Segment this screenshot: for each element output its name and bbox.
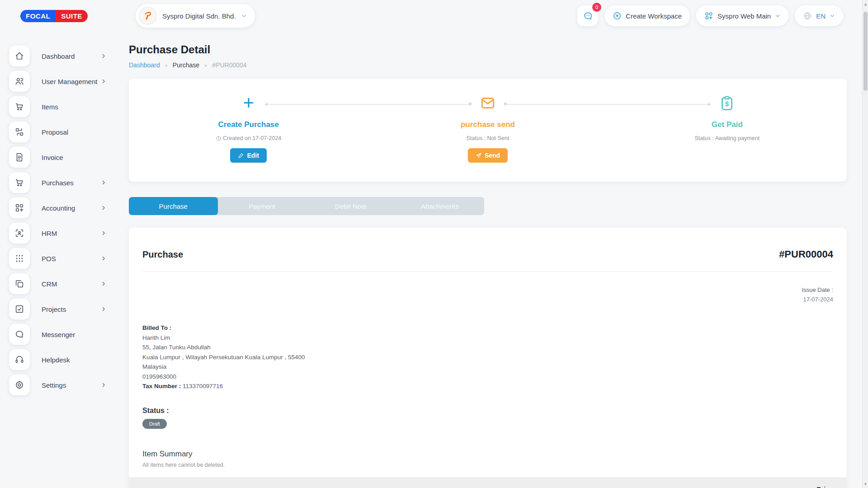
purchase-document-card: Purchase #PUR00004 Issue Date : 17-07-20… <box>129 228 847 488</box>
step-title: Create Purchase <box>218 120 279 129</box>
breadcrumb-item: #PUR00004 <box>212 61 246 69</box>
sidebar-item-label: Proposal <box>42 128 68 136</box>
sidebar-nav: DashboardUser ManagementItemsProposalInv… <box>0 43 120 398</box>
logo-focal: FOCAL <box>20 10 56 22</box>
step-purchase-send: purchase sendStatus : Not SentSend <box>368 79 607 182</box>
chat-icon <box>9 324 30 345</box>
tab-debit-note[interactable]: Debit Note <box>307 197 396 215</box>
sidebar-item-hrm[interactable]: HRM <box>0 221 120 246</box>
sidebar-item-accounting[interactable]: Accounting <box>0 195 120 221</box>
sidebar-item-settings[interactable]: Settings <box>0 372 120 398</box>
chevron-right-icon <box>101 53 106 59</box>
workspace-menu-button[interactable]: Syspro Web Main <box>696 5 788 26</box>
column-header-price: PriceAfter discount & tax <box>765 485 847 488</box>
sidebar-item-label: User Management <box>42 78 97 85</box>
sidebar-item-label: Accounting <box>42 204 75 212</box>
chat-bubble-icon <box>583 11 593 21</box>
language-code: EN <box>816 12 826 20</box>
dots-grid-icon <box>9 248 30 269</box>
purchase-number: #PUR00004 <box>779 249 833 260</box>
check-square-icon <box>9 299 30 319</box>
create-workspace-button[interactable]: Create Workspace <box>604 5 690 26</box>
page-title: Purchase Detail <box>129 43 847 56</box>
scrollbar-thumb[interactable] <box>863 12 868 91</box>
issue-date-block: Issue Date : 17-07-2024 <box>142 285 833 304</box>
language-selector[interactable]: EN <box>795 5 843 26</box>
chevron-right-icon <box>101 256 106 261</box>
workspace-name: Syspro Digital Sdn. Bhd. <box>162 12 236 20</box>
messages-button[interactable]: 0 <box>577 5 598 26</box>
plus-icon: + <box>243 93 254 113</box>
table-header-row: #Item TypeItemQuantityRateDiscountTaxDes… <box>129 477 847 488</box>
chevron-right-icon <box>101 281 106 286</box>
step-status: Status : Not Sent <box>467 135 509 141</box>
app-logo[interactable]: FOCAL SUITE <box>20 10 88 22</box>
tab-purchase[interactable]: Purchase <box>129 197 218 215</box>
copy-icon <box>9 273 30 294</box>
sidebar-item-projects[interactable]: Projects <box>0 296 120 322</box>
sidebar-item-label: CRM <box>42 280 57 288</box>
edit-button[interactable]: Edit <box>230 148 266 163</box>
sidebar-item-crm[interactable]: CRM <box>0 271 120 296</box>
file-icon <box>9 147 30 168</box>
sidebar-item-proposal[interactable]: Proposal <box>0 119 120 145</box>
scroll-up-arrow[interactable]: ▲ <box>863 1 868 7</box>
headset-icon <box>9 349 30 370</box>
page-scrollbar[interactable]: ▲ ▼ <box>862 0 868 488</box>
grid-plus-icon <box>704 11 713 20</box>
billed-to-line: 55, Jalan Tunku Abdullah <box>142 343 833 352</box>
sidebar-item-label: Helpdesk <box>42 356 70 364</box>
chevron-down-icon <box>775 13 780 19</box>
status-block: Status : Draft <box>142 407 833 429</box>
breadcrumb-separator: › <box>165 62 167 69</box>
sidebar-item-user-management[interactable]: User Management <box>0 69 120 94</box>
chevron-right-icon <box>101 79 106 84</box>
issue-date-value: 17-07-2024 <box>142 295 833 304</box>
sidebar-item-pos[interactable]: POS <box>0 246 120 271</box>
boxes-icon <box>9 122 30 142</box>
divider <box>142 271 833 272</box>
workspace-selector[interactable]: Syspro Digital Sdn. Bhd. <box>136 4 255 28</box>
svg-text:$: $ <box>725 100 729 108</box>
sidebar-item-dashboard[interactable]: Dashboard <box>0 43 120 69</box>
sidebar-item-purchases[interactable]: Purchases <box>0 170 120 195</box>
gear-icon <box>9 375 30 395</box>
step-get-paid: $Get PaidStatus : Awaiting payment <box>608 79 847 182</box>
invoice-paid-icon: $ <box>719 93 735 113</box>
purchase-progress-card: +Create PurchaseCreated on 17-07-2024Edi… <box>129 79 847 182</box>
mail-icon <box>480 93 496 113</box>
chevron-right-icon <box>101 382 106 388</box>
scroll-down-arrow[interactable]: ▼ <box>863 481 868 487</box>
topbar: Syspro Digital Sdn. Bhd. 0 Create Worksp… <box>120 0 868 32</box>
sidebar-item-invoice[interactable]: Invoice <box>0 145 120 170</box>
sidebar-item-label: POS <box>42 255 56 263</box>
sidebar-item-label: Invoice <box>42 154 63 161</box>
breadcrumb-item[interactable]: Purchase <box>173 61 199 69</box>
tab-attachments[interactable]: Attachments <box>396 197 485 215</box>
breadcrumb: Dashboard›Purchase›#PUR00004 <box>129 61 847 69</box>
breadcrumb-item[interactable]: Dashboard <box>129 61 160 69</box>
send-button[interactable]: Send <box>468 148 508 163</box>
chevron-down-icon <box>241 13 247 19</box>
billed-to-line: Malaysia <box>142 362 833 372</box>
sidebar-item-helpdesk[interactable]: Helpdesk <box>0 347 120 372</box>
sidebar-item-items[interactable]: Items <box>0 94 120 119</box>
scan-user-icon <box>9 223 30 244</box>
tax-number-line: Tax Number : 113370097716 <box>142 381 833 391</box>
item-summary-title: Item Summary <box>142 450 833 459</box>
status-badge: Draft <box>142 419 167 429</box>
tab-payment[interactable]: Payment <box>218 197 307 215</box>
sidebar-item-label: Dashboard <box>42 52 75 60</box>
step-status: Created on 17-07-2024 <box>216 135 281 141</box>
sidebar-item-label: Items <box>42 103 58 111</box>
breadcrumb-separator: › <box>205 62 207 69</box>
tax-number-value: 113370097716 <box>183 383 223 389</box>
sidebar-item-messenger[interactable]: Messenger <box>0 322 120 347</box>
chevron-right-icon <box>101 205 106 211</box>
sidebar-item-label: Projects <box>42 305 66 313</box>
step-connector <box>265 104 471 105</box>
chevron-right-icon <box>101 180 106 185</box>
detail-tabs: PurchasePaymentDebit NoteAttachments <box>129 197 484 215</box>
main-content: Purchase Detail Dashboard›Purchase›#PUR0… <box>129 43 847 488</box>
messages-count-badge: 0 <box>592 3 601 12</box>
